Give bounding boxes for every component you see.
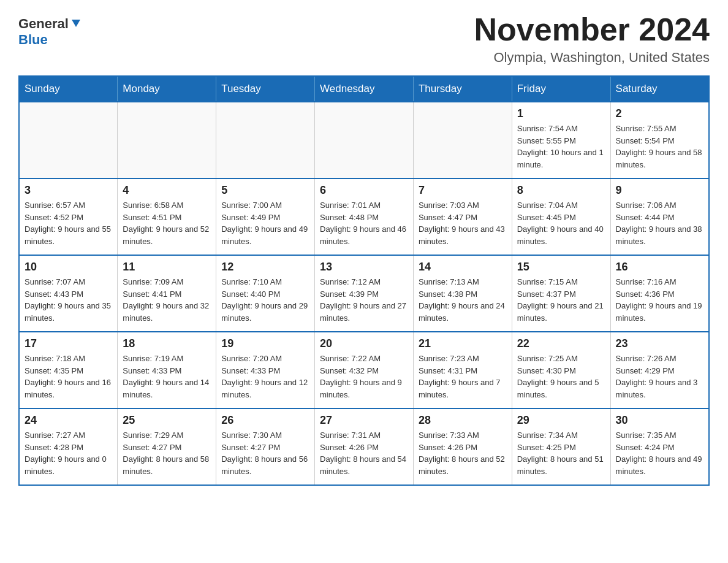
day-info: Sunrise: 7:07 AMSunset: 4:43 PMDaylight:… xyxy=(25,276,112,324)
day-number: 20 xyxy=(320,337,408,350)
day-number: 4 xyxy=(123,184,211,197)
day-info: Sunrise: 7:23 AMSunset: 4:31 PMDaylight:… xyxy=(419,353,507,400)
day-info: Sunrise: 7:10 AMSunset: 4:40 PMDaylight:… xyxy=(221,276,309,324)
logo-blue: Blue xyxy=(18,32,48,48)
calendar-cell: 28Sunrise: 7:33 AMSunset: 4:26 PMDayligh… xyxy=(413,408,512,485)
calendar-cell xyxy=(216,102,315,178)
day-number: 8 xyxy=(517,184,605,197)
day-info: Sunrise: 7:15 AMSunset: 4:37 PMDaylight:… xyxy=(517,276,605,324)
day-info: Sunrise: 7:31 AMSunset: 4:26 PMDaylight:… xyxy=(320,429,408,477)
day-info: Sunrise: 7:13 AMSunset: 4:38 PMDaylight:… xyxy=(419,276,507,324)
calendar-cell: 29Sunrise: 7:34 AMSunset: 4:25 PMDayligh… xyxy=(512,408,610,485)
calendar-cell: 1Sunrise: 7:54 AMSunset: 5:55 PMDaylight… xyxy=(512,102,610,178)
calendar-row-4: 24Sunrise: 7:27 AMSunset: 4:28 PMDayligh… xyxy=(19,408,709,485)
calendar-row-2: 10Sunrise: 7:07 AMSunset: 4:43 PMDayligh… xyxy=(19,255,709,332)
calendar-cell: 19Sunrise: 7:20 AMSunset: 4:33 PMDayligh… xyxy=(216,332,315,408)
day-info: Sunrise: 6:57 AMSunset: 4:52 PMDaylight:… xyxy=(25,199,112,247)
day-number: 5 xyxy=(221,184,309,197)
day-number: 2 xyxy=(616,107,703,120)
day-number: 22 xyxy=(517,337,605,350)
calendar-cell: 26Sunrise: 7:30 AMSunset: 4:27 PMDayligh… xyxy=(216,408,315,485)
day-number: 27 xyxy=(320,414,408,427)
day-info: Sunrise: 7:16 AMSunset: 4:36 PMDaylight:… xyxy=(616,276,703,324)
day-number: 9 xyxy=(616,184,703,197)
calendar-row-1: 3Sunrise: 6:57 AMSunset: 4:52 PMDaylight… xyxy=(19,178,709,255)
calendar-cell xyxy=(19,102,118,178)
weekday-header-monday: Monday xyxy=(118,76,216,102)
day-number: 23 xyxy=(616,337,703,350)
calendar-table: SundayMondayTuesdayWednesdayThursdayFrid… xyxy=(18,75,710,486)
calendar-cell: 12Sunrise: 7:10 AMSunset: 4:40 PMDayligh… xyxy=(216,255,315,332)
day-info: Sunrise: 7:19 AMSunset: 4:33 PMDaylight:… xyxy=(123,353,211,400)
day-number: 19 xyxy=(221,337,309,350)
month-title: November 2024 xyxy=(474,12,710,47)
day-number: 24 xyxy=(25,414,112,427)
calendar-cell xyxy=(315,102,414,178)
calendar-row-3: 17Sunrise: 7:18 AMSunset: 4:35 PMDayligh… xyxy=(19,332,709,408)
weekday-header-row: SundayMondayTuesdayWednesdayThursdayFrid… xyxy=(19,76,709,102)
day-number: 25 xyxy=(123,414,211,427)
calendar-cell: 20Sunrise: 7:22 AMSunset: 4:32 PMDayligh… xyxy=(315,332,414,408)
day-number: 17 xyxy=(25,337,112,350)
calendar-cell: 6Sunrise: 7:01 AMSunset: 4:48 PMDaylight… xyxy=(315,178,414,255)
page-header: General Blue November 2024 Olympia, Wash… xyxy=(18,12,710,66)
calendar-cell: 3Sunrise: 6:57 AMSunset: 4:52 PMDaylight… xyxy=(19,178,118,255)
calendar-cell: 23Sunrise: 7:26 AMSunset: 4:29 PMDayligh… xyxy=(610,332,709,408)
day-number: 11 xyxy=(123,261,211,274)
calendar-cell: 9Sunrise: 7:06 AMSunset: 4:44 PMDaylight… xyxy=(610,178,709,255)
day-info: Sunrise: 7:22 AMSunset: 4:32 PMDaylight:… xyxy=(320,353,408,400)
day-number: 10 xyxy=(25,261,112,274)
calendar-cell: 15Sunrise: 7:15 AMSunset: 4:37 PMDayligh… xyxy=(512,255,610,332)
day-info: Sunrise: 7:34 AMSunset: 4:25 PMDaylight:… xyxy=(517,429,605,477)
calendar-cell: 27Sunrise: 7:31 AMSunset: 4:26 PMDayligh… xyxy=(315,408,414,485)
day-info: Sunrise: 7:06 AMSunset: 4:44 PMDaylight:… xyxy=(616,199,703,247)
weekday-header-tuesday: Tuesday xyxy=(216,76,315,102)
day-info: Sunrise: 7:33 AMSunset: 4:26 PMDaylight:… xyxy=(419,429,507,477)
day-info: Sunrise: 7:20 AMSunset: 4:33 PMDaylight:… xyxy=(221,353,309,400)
calendar-cell: 11Sunrise: 7:09 AMSunset: 4:41 PMDayligh… xyxy=(118,255,216,332)
calendar-cell: 7Sunrise: 7:03 AMSunset: 4:47 PMDaylight… xyxy=(413,178,512,255)
day-info: Sunrise: 7:26 AMSunset: 4:29 PMDaylight:… xyxy=(616,353,703,400)
day-number: 26 xyxy=(221,414,309,427)
calendar-cell: 13Sunrise: 7:12 AMSunset: 4:39 PMDayligh… xyxy=(315,255,414,332)
day-info: Sunrise: 7:27 AMSunset: 4:28 PMDaylight:… xyxy=(25,429,112,477)
day-number: 21 xyxy=(419,337,507,350)
calendar-cell: 25Sunrise: 7:29 AMSunset: 4:27 PMDayligh… xyxy=(118,408,216,485)
calendar-cell: 2Sunrise: 7:55 AMSunset: 5:54 PMDaylight… xyxy=(610,102,709,178)
calendar-row-0: 1Sunrise: 7:54 AMSunset: 5:55 PMDaylight… xyxy=(19,102,709,178)
calendar-cell: 24Sunrise: 7:27 AMSunset: 4:28 PMDayligh… xyxy=(19,408,118,485)
calendar-cell xyxy=(118,102,216,178)
day-number: 30 xyxy=(616,414,703,427)
day-info: Sunrise: 7:29 AMSunset: 4:27 PMDaylight:… xyxy=(123,429,211,477)
day-number: 6 xyxy=(320,184,408,197)
day-info: Sunrise: 7:03 AMSunset: 4:47 PMDaylight:… xyxy=(419,199,507,247)
day-info: Sunrise: 7:35 AMSunset: 4:24 PMDaylight:… xyxy=(616,429,703,477)
weekday-header-wednesday: Wednesday xyxy=(315,76,414,102)
calendar-cell: 16Sunrise: 7:16 AMSunset: 4:36 PMDayligh… xyxy=(610,255,709,332)
calendar-cell: 22Sunrise: 7:25 AMSunset: 4:30 PMDayligh… xyxy=(512,332,610,408)
day-info: Sunrise: 7:54 AMSunset: 5:55 PMDaylight:… xyxy=(517,123,605,170)
calendar-cell: 21Sunrise: 7:23 AMSunset: 4:31 PMDayligh… xyxy=(413,332,512,408)
day-number: 14 xyxy=(419,261,507,274)
day-info: Sunrise: 7:18 AMSunset: 4:35 PMDaylight:… xyxy=(25,353,112,400)
day-info: Sunrise: 6:58 AMSunset: 4:51 PMDaylight:… xyxy=(123,199,211,247)
day-info: Sunrise: 7:04 AMSunset: 4:45 PMDaylight:… xyxy=(517,199,605,247)
day-number: 13 xyxy=(320,261,408,274)
day-info: Sunrise: 7:12 AMSunset: 4:39 PMDaylight:… xyxy=(320,276,408,324)
location: Olympia, Washington, United States xyxy=(474,50,710,66)
day-number: 15 xyxy=(517,261,605,274)
calendar-cell: 30Sunrise: 7:35 AMSunset: 4:24 PMDayligh… xyxy=(610,408,709,485)
weekday-header-thursday: Thursday xyxy=(413,76,512,102)
calendar-cell: 5Sunrise: 7:00 AMSunset: 4:49 PMDaylight… xyxy=(216,178,315,255)
calendar-cell: 18Sunrise: 7:19 AMSunset: 4:33 PMDayligh… xyxy=(118,332,216,408)
calendar-cell: 14Sunrise: 7:13 AMSunset: 4:38 PMDayligh… xyxy=(413,255,512,332)
calendar-cell xyxy=(413,102,512,178)
calendar-cell: 10Sunrise: 7:07 AMSunset: 4:43 PMDayligh… xyxy=(19,255,118,332)
day-number: 28 xyxy=(419,414,507,427)
day-info: Sunrise: 7:01 AMSunset: 4:48 PMDaylight:… xyxy=(320,199,408,247)
day-number: 1 xyxy=(517,107,605,120)
calendar-cell: 8Sunrise: 7:04 AMSunset: 4:45 PMDaylight… xyxy=(512,178,610,255)
calendar-cell: 4Sunrise: 6:58 AMSunset: 4:51 PMDaylight… xyxy=(118,178,216,255)
day-number: 18 xyxy=(123,337,211,350)
day-info: Sunrise: 7:00 AMSunset: 4:49 PMDaylight:… xyxy=(221,199,309,247)
